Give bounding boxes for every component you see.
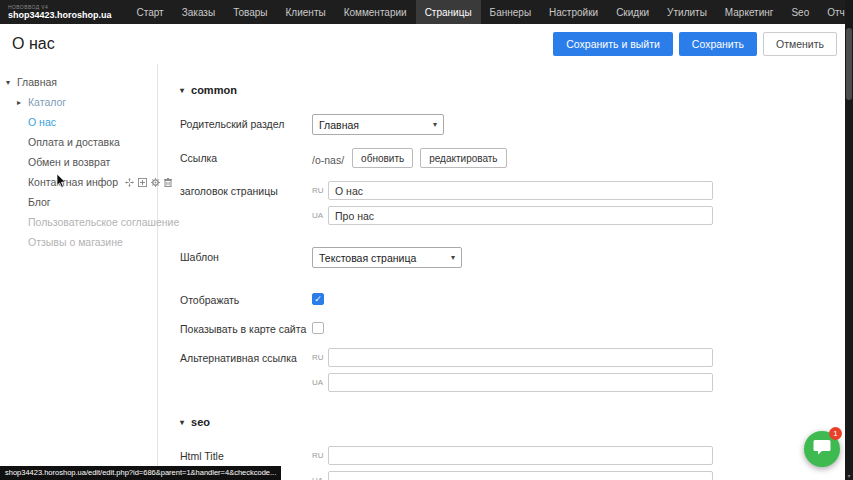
alt-link-ru-input[interactable] (328, 348, 713, 367)
parent-section-select[interactable]: Главная ▾ (312, 114, 444, 135)
lang-tag-ua: UA (312, 476, 328, 480)
lang-tag-ua: UA (312, 211, 328, 220)
caret-down-icon[interactable]: ▾ (6, 78, 17, 87)
menu-item-utilities[interactable]: Утилиты (658, 0, 716, 24)
topbar: НОВОВВОД V4 shop34423.horoshop.ua Старт … (0, 0, 853, 24)
tree-item-label: О нас (28, 116, 56, 128)
move-icon[interactable] (125, 178, 134, 187)
field-label: заголовок страницы (180, 181, 312, 197)
status-url: shop34423.horoshop.ua/edit/edit.php?id=6… (0, 466, 281, 480)
parent-section-row: Родительский раздел Главная ▾ (180, 114, 853, 135)
menu-item-marketing[interactable]: Маркетинг (716, 0, 783, 24)
display-checkbox[interactable]: ✓ (312, 293, 324, 305)
unread-badge: 1 (829, 427, 842, 440)
tree-item-catalog[interactable]: ▸ Каталог (0, 92, 157, 112)
tree-item-blog[interactable]: Блог (0, 192, 157, 212)
select-value: Главная (319, 119, 359, 131)
link-row: Ссылка /o-nas/ обновить редактировать (180, 148, 853, 168)
pages-tree-sidebar: ▾ Главная ▸ Каталог О нас Оплата и доста… (0, 64, 158, 480)
tree-item-reviews[interactable]: Отзывы о магазине (0, 232, 157, 252)
body: ▾ Главная ▸ Каталог О нас Оплата и доста… (0, 64, 853, 480)
section-seo[interactable]: ▾ seo (180, 416, 853, 428)
caret-down-icon: ▾ (180, 86, 184, 95)
field-label: Шаблон (180, 247, 312, 263)
logo[interactable]: НОВОВВОД V4 shop34423.horoshop.ua (8, 5, 112, 20)
menu-item-settings[interactable]: Настройки (540, 0, 607, 24)
cancel-button[interactable]: Отменить (763, 32, 837, 56)
menu-item-orders[interactable]: Заказы (173, 0, 224, 24)
alt-link-row: Альтернативная ссылка RU UA (180, 348, 853, 392)
menu-item-seo[interactable]: Seo (782, 0, 818, 24)
field-label: Альтернативная ссылка (180, 348, 312, 364)
add-icon[interactable] (138, 178, 147, 187)
lang-tag-ru: RU (312, 186, 328, 195)
page-title-ru-input[interactable] (328, 181, 713, 200)
page-title-ua-input[interactable] (328, 206, 713, 225)
alt-link-ua-input[interactable] (328, 373, 713, 392)
field-label-text: Html Title (180, 450, 224, 462)
section-common[interactable]: ▾ common (180, 84, 853, 96)
tree-item-label: Отзывы о магазине (28, 236, 123, 248)
scroll-down-icon[interactable]: ▾ (845, 472, 853, 479)
sitemap-row: Показывать в карте сайта (180, 319, 853, 335)
lang-tag-ru: RU (312, 451, 328, 460)
field-label: Родительский раздел (180, 114, 312, 130)
menu-item-pages[interactable]: Страницы (416, 0, 481, 24)
tree-item-terms[interactable]: Пользовательское соглашение (0, 212, 157, 232)
menu-item-clients[interactable]: Клиенты (277, 0, 335, 24)
header-actions: Сохранить и выйти Сохранить Отменить (553, 32, 837, 56)
chevron-down-icon: ▾ (433, 120, 437, 129)
html-title-ua-input[interactable] (328, 471, 713, 480)
save-and-exit-button[interactable]: Сохранить и выйти (553, 32, 673, 56)
field-label: Отображать (180, 290, 312, 306)
chat-icon (813, 439, 831, 459)
link-value: /o-nas/ (312, 150, 344, 166)
scrollbar-track[interactable]: ▾ (845, 0, 853, 480)
tree-item-label: Блог (28, 196, 51, 208)
tree-item-label: Контактная инфор (28, 176, 118, 188)
logo-domain-text: shop34423.horoshop.ua (8, 11, 112, 20)
tree-item-label: Каталог (28, 96, 66, 108)
logo-small-text: НОВОВВОД V4 (8, 5, 112, 10)
page-title-row: заголовок страницы RU UA (180, 181, 853, 225)
tree-item-label: Пользовательское соглашение (28, 216, 179, 228)
tree-item-home[interactable]: ▾ Главная (0, 72, 157, 92)
chevron-down-icon: ▾ (451, 253, 455, 262)
section-title: seo (191, 416, 210, 428)
template-row: Шаблон Текстовая страница ▾ (180, 247, 853, 268)
edit-link-button[interactable]: редактировать (420, 148, 506, 168)
caret-right-icon[interactable]: ▸ (17, 98, 28, 107)
page-title: О нас (12, 35, 55, 53)
page-edit-form: ▾ common Родительский раздел Главная ▾ С… (158, 64, 853, 480)
page-header: О нас Сохранить и выйти Сохранить Отмени… (0, 24, 853, 64)
chat-button[interactable]: 1 (804, 431, 840, 467)
tree-item-label: Обмен и возврат (28, 156, 110, 168)
tree-item-contact-info[interactable]: Контактная инфор (0, 172, 157, 192)
scrollbar-thumb[interactable] (846, 28, 852, 100)
display-row: Отображать ✓ (180, 290, 853, 306)
select-value: Текстовая страница (319, 252, 416, 264)
tree-item-payment-delivery[interactable]: Оплата и доставка (0, 132, 157, 152)
section-title: common (191, 84, 237, 96)
caret-down-icon: ▾ (180, 418, 184, 427)
update-link-button[interactable]: обновить (352, 148, 413, 168)
tree-item-exchange-return[interactable]: Обмен и возврат (0, 152, 157, 172)
tree-item-about[interactable]: О нас (0, 112, 157, 132)
field-label: Ссылка (180, 148, 312, 164)
template-select[interactable]: Текстовая страница ▾ (312, 247, 462, 268)
menu-item-start[interactable]: Старт (128, 0, 173, 24)
sitemap-checkbox[interactable] (312, 322, 324, 334)
menu-item-discounts[interactable]: Скидки (607, 0, 658, 24)
lang-tag-ua: UA (312, 378, 328, 387)
field-label: Показывать в карте сайта (180, 319, 312, 335)
save-button[interactable]: Сохранить (679, 32, 757, 56)
lang-tag-ru: RU (312, 353, 328, 362)
menu-item-products[interactable]: Товары (224, 0, 276, 24)
main-menu: Старт Заказы Товары Клиенты Комментарии … (128, 0, 853, 24)
menu-item-comments[interactable]: Комментарии (335, 0, 416, 24)
html-title-ru-input[interactable] (328, 446, 713, 465)
tree-item-label: Оплата и доставка (28, 136, 120, 148)
tree-item-label: Главная (17, 76, 57, 88)
menu-item-banners[interactable]: Баннеры (481, 0, 540, 24)
